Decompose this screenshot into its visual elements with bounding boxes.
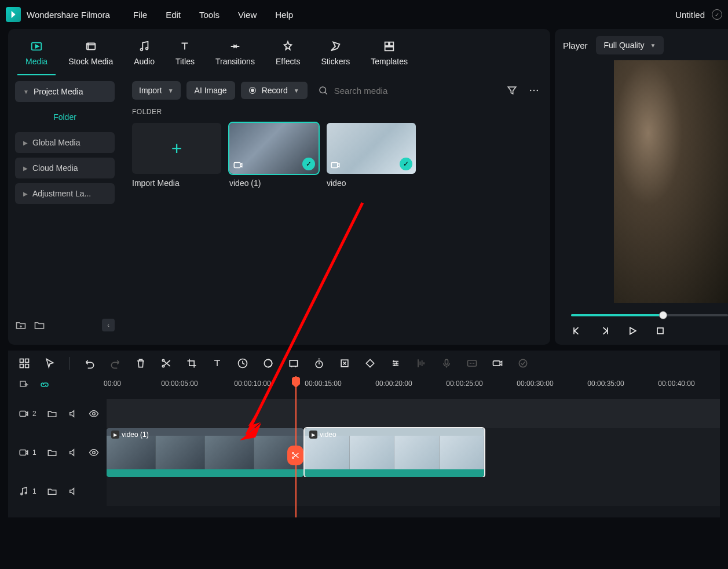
visibility-icon[interactable] (89, 408, 99, 419)
chevron-right-icon: ▶ (23, 191, 28, 197)
export-icon (517, 358, 529, 369)
lock-icon[interactable] (47, 486, 57, 497)
player-label: Player (563, 41, 588, 50)
color-icon[interactable] (262, 358, 274, 369)
check-badge-icon: ✓ (400, 158, 412, 170)
tab-stickers[interactable]: Stickers (313, 36, 358, 75)
cursor-icon[interactable] (44, 358, 56, 369)
crop-icon[interactable] (186, 358, 197, 369)
media-card-video-1[interactable]: ✓ video (1) (229, 123, 319, 188)
slider-thumb[interactable] (659, 311, 667, 319)
timeline-ruler[interactable]: 00:00 00:00:05:00 00:00:10:00 00:00:15:0… (8, 376, 720, 399)
timeline-clip-video-1[interactable]: ▶video (1) (107, 428, 303, 477)
timeline-tracks: 2 1 ▶video (1) (8, 399, 720, 517)
keyframe-icon[interactable] (364, 358, 376, 369)
subtitle-icon (466, 358, 478, 369)
menu-tools[interactable]: Tools (199, 10, 220, 20)
tab-media[interactable]: Media (17, 36, 56, 75)
import-media-card[interactable]: + Import Media (132, 123, 221, 188)
link-icon[interactable] (39, 380, 50, 390)
tab-titles[interactable]: Titles (167, 36, 203, 75)
menu-help[interactable]: Help (275, 10, 293, 20)
grid-icon[interactable] (19, 358, 30, 369)
sidebar-project-media[interactable]: ▼ Project Media (15, 81, 115, 102)
more-icon[interactable] (528, 85, 540, 96)
tab-stock-media[interactable]: Stock Media (60, 36, 121, 75)
svg-point-35 (92, 451, 95, 454)
svg-point-37 (292, 457, 294, 459)
stop-icon[interactable] (654, 325, 666, 337)
adjust-icon[interactable] (390, 358, 401, 369)
filter-icon[interactable] (506, 85, 518, 96)
split-playhead-icon[interactable] (287, 446, 303, 465)
svg-rect-5 (385, 42, 389, 46)
media-grid: + Import Media ✓ video (1) ✓ (132, 123, 540, 188)
titlebar: Wondershare Filmora File Edit Tools View… (0, 0, 728, 29)
folder-icon[interactable] (34, 319, 45, 331)
record-button[interactable]: Record ▼ (241, 82, 308, 99)
svg-rect-13 (331, 163, 338, 168)
redo-icon (109, 358, 121, 369)
svg-rect-16 (20, 359, 24, 363)
templates-icon (382, 39, 396, 53)
record-tl-icon[interactable] (492, 358, 503, 369)
sidebar-adjustment-layer[interactable]: ▶ Adjustment La... (15, 183, 115, 204)
mute-icon[interactable] (68, 408, 78, 419)
search-input[interactable] (334, 86, 496, 96)
timer-icon[interactable] (313, 358, 325, 369)
progress-slider[interactable] (563, 311, 728, 319)
sidebar-cloud-media[interactable]: ▶ Cloud Media (15, 158, 115, 178)
speed-icon[interactable] (237, 358, 248, 369)
collapse-sidebar-button[interactable]: ‹ (102, 319, 115, 331)
svg-rect-27 (445, 359, 448, 364)
chevron-down-icon: ▼ (23, 89, 29, 95)
green-screen-icon[interactable] (288, 358, 299, 369)
delete-icon[interactable] (135, 358, 147, 369)
sidebar-global-media[interactable]: ▶ Global Media (15, 132, 115, 153)
video-preview[interactable] (614, 60, 728, 303)
audio-icon (137, 39, 151, 53)
section-label: FOLDER (132, 108, 540, 116)
svg-point-3 (141, 49, 143, 51)
split-icon[interactable] (160, 358, 172, 369)
svg-rect-6 (390, 42, 393, 46)
lock-icon[interactable] (47, 408, 57, 419)
lock-icon[interactable] (47, 447, 57, 458)
tab-transitions[interactable]: Transitions (207, 36, 263, 75)
text-icon[interactable] (211, 358, 223, 369)
menu-edit[interactable]: Edit (166, 10, 181, 20)
next-frame-icon[interactable] (599, 325, 610, 337)
play-tiny-icon: ▶ (111, 431, 119, 439)
marker-edit-icon[interactable] (339, 358, 350, 369)
tab-audio[interactable]: Audio (126, 36, 163, 75)
tab-effects[interactable]: Effects (268, 36, 309, 75)
timeline-toolbar (8, 351, 720, 376)
quality-dropdown[interactable]: Full Quality ▼ (596, 36, 664, 54)
undo-icon[interactable] (84, 358, 96, 369)
clip-icon (233, 160, 243, 170)
media-card-video[interactable]: ✓ video (327, 123, 416, 188)
visibility-icon[interactable] (89, 447, 99, 458)
ai-image-button[interactable]: AI Image (186, 81, 235, 100)
video-track-icon (19, 408, 29, 419)
media-panel: Media Stock Media Audio Titles Transitio… (8, 29, 550, 345)
audio-track-icon (19, 486, 29, 497)
prev-frame-icon[interactable] (571, 325, 583, 337)
mute-icon[interactable] (68, 447, 78, 458)
tab-templates[interactable]: Templates (363, 36, 416, 75)
svg-marker-14 (630, 327, 636, 334)
add-track-icon[interactable] (19, 380, 29, 390)
menu-view[interactable]: View (238, 10, 257, 20)
new-folder-icon[interactable] (15, 319, 27, 331)
mute-icon[interactable] (68, 486, 78, 497)
timeline-clip-video-2[interactable]: ▶video (305, 428, 484, 477)
chevron-down-icon: ▼ (168, 87, 174, 94)
sidebar-folder[interactable]: Folder (15, 107, 115, 127)
import-button[interactable]: Import ▼ (132, 81, 181, 100)
play-icon[interactable] (627, 325, 638, 337)
menu-file[interactable]: File (133, 10, 147, 20)
app-title: Wondershare Filmora (27, 10, 110, 20)
timeline-section: 00:00 00:00:05:00 00:00:10:00 00:00:15:0… (0, 351, 728, 517)
svg-rect-17 (25, 359, 29, 363)
chevron-down-icon: ▼ (650, 42, 656, 49)
